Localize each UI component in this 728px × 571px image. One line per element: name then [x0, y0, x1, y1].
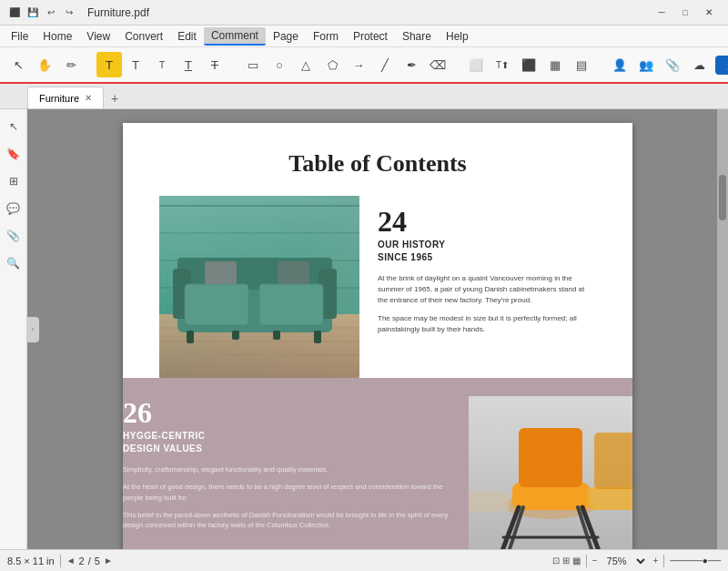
- svg-rect-15: [259, 284, 323, 325]
- menu-edit[interactable]: Edit: [170, 28, 204, 45]
- eraser-tool[interactable]: ⌫: [425, 52, 450, 77]
- sofa-svg: [159, 196, 359, 378]
- sidebar-search-icon[interactable]: 🔍: [4, 253, 24, 273]
- zoom-in-button[interactable]: +: [653, 556, 659, 566]
- line-tool[interactable]: ╱: [372, 52, 398, 77]
- highlight-tool[interactable]: T: [96, 52, 122, 77]
- menu-home[interactable]: Home: [35, 28, 79, 45]
- two-page-view-icon[interactable]: ⊞: [562, 556, 570, 566]
- triangle-tool[interactable]: △: [293, 52, 318, 77]
- sidebar-thumbnail-icon[interactable]: ⊞: [4, 171, 24, 191]
- section-2-heading-text: HYGGE-CENTRIC DESIGN VALUES: [123, 431, 205, 454]
- menu-page[interactable]: Page: [266, 28, 306, 45]
- tab-label: Furniture: [39, 93, 79, 104]
- scrollbar-thumb[interactable]: [719, 175, 726, 220]
- window-title: Furniture.pdf: [87, 6, 149, 19]
- textbox-tool[interactable]: ⬜: [463, 52, 489, 77]
- single-page-view-icon[interactable]: ⊡: [552, 556, 560, 566]
- attach-tool[interactable]: 📎: [660, 52, 685, 77]
- svg-rect-33: [469, 492, 510, 512]
- select-tool[interactable]: ↖: [5, 52, 31, 77]
- app-icon: ⬛: [7, 5, 22, 20]
- svg-rect-20: [232, 331, 239, 340]
- undo-icon[interactable]: ↩: [44, 5, 58, 20]
- tab-close-button[interactable]: ✕: [85, 93, 92, 103]
- sidebar-cursor-icon[interactable]: ↖: [4, 117, 24, 137]
- zoom-out-button[interactable]: −: [592, 556, 598, 566]
- sidebar-bookmark-icon[interactable]: 🔖: [4, 144, 24, 164]
- arrow-tool[interactable]: →: [346, 52, 371, 77]
- title-bar: ⬛ 💾 ↩ ↪ Furniture.pdf ─ □ ✕: [0, 0, 728, 25]
- svg-rect-14: [185, 284, 248, 325]
- menu-convert[interactable]: Convert: [117, 28, 170, 45]
- text-tool-2[interactable]: T: [149, 52, 175, 77]
- ellipse-tool[interactable]: ○: [267, 52, 292, 77]
- status-bar: 8.5 × 11 in ◄ 2 / 5 ► ⊡ ⊞ ▦ − 75% 100% 1…: [0, 549, 728, 571]
- maximize-button[interactable]: □: [673, 0, 697, 25]
- next-page-button[interactable]: ►: [104, 556, 113, 566]
- menu-share[interactable]: Share: [395, 28, 439, 45]
- section-1-heading-text: OUR HISTORY SINCE 1965: [378, 240, 445, 262]
- svg-rect-3: [159, 232, 359, 234]
- section-2: 26 HYGGE-CENTRIC DESIGN VALUES Simplicit…: [123, 378, 632, 549]
- svg-rect-21: [273, 331, 280, 340]
- redo-icon[interactable]: ↪: [62, 5, 76, 20]
- status-sep-1: [60, 555, 61, 567]
- hand-tool[interactable]: ✋: [32, 52, 57, 77]
- section-1-body2: The space may be modest in size but it i…: [378, 313, 596, 335]
- pdf-scroll[interactable]: Table of Contents: [27, 109, 728, 549]
- sidebar-attachment-icon[interactable]: 📎: [4, 226, 24, 246]
- callout-tool[interactable]: T⬆: [490, 52, 515, 77]
- section-2-text: 26 HYGGE-CENTRIC DESIGN VALUES Simplicit…: [123, 396, 450, 537]
- prev-page-button[interactable]: ◄: [66, 556, 76, 566]
- svg-rect-19: [314, 331, 321, 343]
- menu-protect[interactable]: Protect: [346, 28, 395, 45]
- svg-rect-32: [594, 433, 632, 489]
- zoom-slider[interactable]: ─────●──: [670, 556, 721, 566]
- page-content: Table of Contents: [123, 123, 632, 378]
- text-tool-4[interactable]: T: [202, 52, 228, 77]
- sidebar-comment-icon[interactable]: 💬: [4, 199, 24, 219]
- stamp-tool[interactable]: ⬛: [516, 52, 541, 77]
- svg-rect-16: [205, 261, 237, 284]
- section-1-text: 24 OUR HISTORY SINCE 1965 At the brink o…: [378, 196, 596, 378]
- menu-file[interactable]: File: [4, 28, 35, 45]
- tool-group-misc: 👤 👥 📎 ☁: [605, 52, 713, 77]
- section-1-heading: OUR HISTORY SINCE 1965: [378, 239, 596, 264]
- total-pages: 5: [95, 556, 100, 566]
- title-bar-left: ⬛ 💾 ↩ ↪ Furniture.pdf: [7, 5, 650, 20]
- pdf-element-button[interactable]: 👤 PDFElement: [715, 56, 728, 75]
- polygon-tool[interactable]: ⬠: [319, 52, 345, 77]
- menu-help[interactable]: Help: [439, 28, 476, 45]
- page-navigation: ◄ 2 / 5 ►: [66, 556, 113, 566]
- text-tool-3[interactable]: T: [176, 52, 201, 77]
- content-area: Table of Contents: [27, 109, 728, 549]
- table-tool[interactable]: ▤: [569, 52, 594, 77]
- zoom-selector[interactable]: 75% 100% 125% 150%: [603, 555, 648, 567]
- menu-bar: File Home View Convert Edit Comment Page…: [0, 25, 728, 47]
- pen-tool[interactable]: ✒: [399, 52, 424, 77]
- menu-view[interactable]: View: [79, 28, 117, 45]
- menu-comment[interactable]: Comment: [204, 27, 266, 46]
- cloud-tool[interactable]: ☁: [686, 52, 712, 77]
- svg-rect-17: [278, 261, 309, 284]
- tab-add-button[interactable]: +: [104, 88, 126, 108]
- person-tool[interactable]: 👤: [607, 52, 632, 77]
- chair-svg: [469, 396, 632, 549]
- person2-tool[interactable]: 👥: [633, 52, 659, 77]
- rect-tool[interactable]: ▭: [240, 52, 266, 77]
- status-sep-2: [586, 555, 587, 567]
- status-left: 8.5 × 11 in ◄ 2 / 5 ►: [7, 555, 545, 567]
- minimize-button[interactable]: ─: [650, 0, 673, 25]
- tab-furniture[interactable]: Furniture ✕: [27, 87, 104, 108]
- edit-tool[interactable]: ✏: [58, 52, 84, 77]
- vertical-scrollbar[interactable]: [717, 109, 728, 549]
- text-tool-1[interactable]: T: [123, 52, 148, 77]
- sidebar-expand-button[interactable]: ›: [26, 317, 39, 342]
- close-button[interactable]: ✕: [697, 0, 721, 25]
- save-icon[interactable]: 💾: [25, 5, 40, 20]
- menu-form[interactable]: Form: [306, 28, 346, 45]
- grid-tool[interactable]: ▦: [542, 52, 568, 77]
- grid-view-icon[interactable]: ▦: [572, 556, 581, 566]
- current-page: 2: [79, 556, 85, 566]
